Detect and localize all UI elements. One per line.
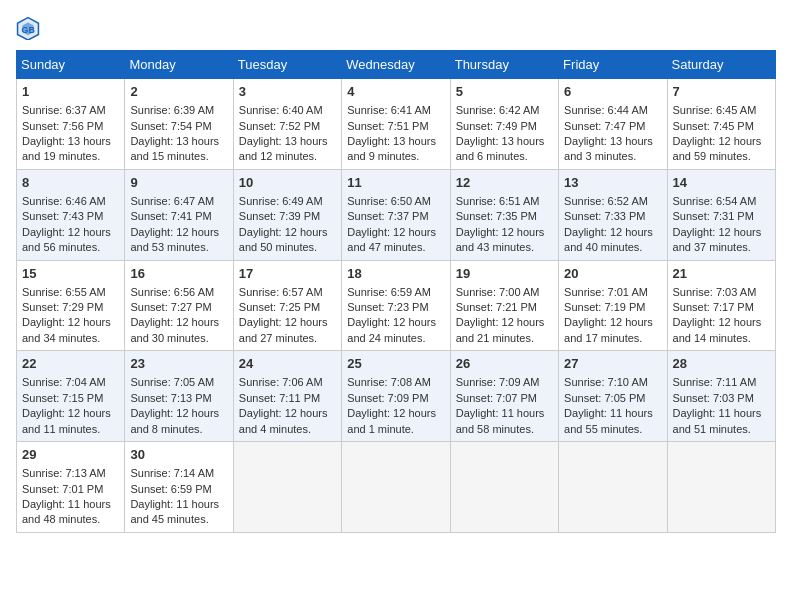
calendar-day-28: 28 Sunrise: 7:11 AM Sunset: 7:03 PM Dayl… <box>667 351 775 442</box>
daylight-label: Daylight: 12 hours and 53 minutes. <box>130 226 219 253</box>
sunset-label: Sunset: 7:47 PM <box>564 120 645 132</box>
sunset-label: Sunset: 7:51 PM <box>347 120 428 132</box>
calendar-day-21: 21 Sunrise: 7:03 AM Sunset: 7:17 PM Dayl… <box>667 260 775 351</box>
sunrise-label: Sunrise: 6:40 AM <box>239 104 323 116</box>
daylight-label: Daylight: 12 hours and 24 minutes. <box>347 316 436 343</box>
daylight-label: Daylight: 13 hours and 12 minutes. <box>239 135 328 162</box>
calendar-day-9: 9 Sunrise: 6:47 AM Sunset: 7:41 PM Dayli… <box>125 169 233 260</box>
daylight-label: Daylight: 13 hours and 3 minutes. <box>564 135 653 162</box>
calendar-day-18: 18 Sunrise: 6:59 AM Sunset: 7:23 PM Dayl… <box>342 260 450 351</box>
day-number: 4 <box>347 83 444 101</box>
calendar-day-29: 29 Sunrise: 7:13 AM Sunset: 7:01 PM Dayl… <box>17 442 125 533</box>
header-wednesday: Wednesday <box>342 51 450 79</box>
calendar-day-empty <box>342 442 450 533</box>
logo-icon: GB <box>16 16 40 40</box>
sunrise-label: Sunrise: 7:09 AM <box>456 376 540 388</box>
sunset-label: Sunset: 7:09 PM <box>347 392 428 404</box>
sunrise-label: Sunrise: 6:54 AM <box>673 195 757 207</box>
day-number: 30 <box>130 446 227 464</box>
day-number: 16 <box>130 265 227 283</box>
daylight-label: Daylight: 12 hours and 1 minute. <box>347 407 436 434</box>
sunset-label: Sunset: 7:17 PM <box>673 301 754 313</box>
daylight-label: Daylight: 11 hours and 48 minutes. <box>22 498 111 525</box>
sunset-label: Sunset: 7:45 PM <box>673 120 754 132</box>
calendar: Sunday Monday Tuesday Wednesday Thursday… <box>16 50 776 533</box>
calendar-day-26: 26 Sunrise: 7:09 AM Sunset: 7:07 PM Dayl… <box>450 351 558 442</box>
calendar-day-23: 23 Sunrise: 7:05 AM Sunset: 7:13 PM Dayl… <box>125 351 233 442</box>
daylight-label: Daylight: 12 hours and 14 minutes. <box>673 316 762 343</box>
day-number: 8 <box>22 174 119 192</box>
daylight-label: Daylight: 11 hours and 45 minutes. <box>130 498 219 525</box>
sunrise-label: Sunrise: 6:39 AM <box>130 104 214 116</box>
calendar-day-6: 6 Sunrise: 6:44 AM Sunset: 7:47 PM Dayli… <box>559 79 667 170</box>
daylight-label: Daylight: 12 hours and 47 minutes. <box>347 226 436 253</box>
sunset-label: Sunset: 7:31 PM <box>673 210 754 222</box>
calendar-day-13: 13 Sunrise: 6:52 AM Sunset: 7:33 PM Dayl… <box>559 169 667 260</box>
calendar-day-empty <box>450 442 558 533</box>
sunrise-label: Sunrise: 7:03 AM <box>673 286 757 298</box>
sunrise-label: Sunrise: 7:04 AM <box>22 376 106 388</box>
calendar-day-7: 7 Sunrise: 6:45 AM Sunset: 7:45 PM Dayli… <box>667 79 775 170</box>
sunrise-label: Sunrise: 6:45 AM <box>673 104 757 116</box>
day-number: 19 <box>456 265 553 283</box>
sunset-label: Sunset: 7:05 PM <box>564 392 645 404</box>
calendar-week-5: 29 Sunrise: 7:13 AM Sunset: 7:01 PM Dayl… <box>17 442 776 533</box>
day-number: 6 <box>564 83 661 101</box>
day-number: 22 <box>22 355 119 373</box>
sunset-label: Sunset: 6:59 PM <box>130 483 211 495</box>
daylight-label: Daylight: 12 hours and 50 minutes. <box>239 226 328 253</box>
calendar-day-empty <box>559 442 667 533</box>
sunrise-label: Sunrise: 6:46 AM <box>22 195 106 207</box>
calendar-day-24: 24 Sunrise: 7:06 AM Sunset: 7:11 PM Dayl… <box>233 351 341 442</box>
day-number: 27 <box>564 355 661 373</box>
daylight-label: Daylight: 11 hours and 55 minutes. <box>564 407 653 434</box>
day-number: 24 <box>239 355 336 373</box>
calendar-day-10: 10 Sunrise: 6:49 AM Sunset: 7:39 PM Dayl… <box>233 169 341 260</box>
sunrise-label: Sunrise: 7:13 AM <box>22 467 106 479</box>
day-number: 9 <box>130 174 227 192</box>
sunset-label: Sunset: 7:29 PM <box>22 301 103 313</box>
header-thursday: Thursday <box>450 51 558 79</box>
sunrise-label: Sunrise: 6:51 AM <box>456 195 540 207</box>
sunrise-label: Sunrise: 6:41 AM <box>347 104 431 116</box>
day-number: 12 <box>456 174 553 192</box>
sunset-label: Sunset: 7:41 PM <box>130 210 211 222</box>
calendar-day-1: 1 Sunrise: 6:37 AM Sunset: 7:56 PM Dayli… <box>17 79 125 170</box>
day-number: 3 <box>239 83 336 101</box>
sunset-label: Sunset: 7:35 PM <box>456 210 537 222</box>
calendar-day-11: 11 Sunrise: 6:50 AM Sunset: 7:37 PM Dayl… <box>342 169 450 260</box>
calendar-day-22: 22 Sunrise: 7:04 AM Sunset: 7:15 PM Dayl… <box>17 351 125 442</box>
daylight-label: Daylight: 12 hours and 30 minutes. <box>130 316 219 343</box>
day-number: 23 <box>130 355 227 373</box>
sunrise-label: Sunrise: 7:11 AM <box>673 376 757 388</box>
sunset-label: Sunset: 7:03 PM <box>673 392 754 404</box>
sunset-label: Sunset: 7:27 PM <box>130 301 211 313</box>
calendar-day-8: 8 Sunrise: 6:46 AM Sunset: 7:43 PM Dayli… <box>17 169 125 260</box>
calendar-week-1: 1 Sunrise: 6:37 AM Sunset: 7:56 PM Dayli… <box>17 79 776 170</box>
sunrise-label: Sunrise: 6:42 AM <box>456 104 540 116</box>
daylight-label: Daylight: 12 hours and 11 minutes. <box>22 407 111 434</box>
sunset-label: Sunset: 7:23 PM <box>347 301 428 313</box>
day-number: 17 <box>239 265 336 283</box>
daylight-label: Daylight: 12 hours and 8 minutes. <box>130 407 219 434</box>
weekday-header-row: Sunday Monday Tuesday Wednesday Thursday… <box>17 51 776 79</box>
daylight-label: Daylight: 12 hours and 40 minutes. <box>564 226 653 253</box>
calendar-day-27: 27 Sunrise: 7:10 AM Sunset: 7:05 PM Dayl… <box>559 351 667 442</box>
sunset-label: Sunset: 7:11 PM <box>239 392 320 404</box>
calendar-day-2: 2 Sunrise: 6:39 AM Sunset: 7:54 PM Dayli… <box>125 79 233 170</box>
day-number: 13 <box>564 174 661 192</box>
sunset-label: Sunset: 7:56 PM <box>22 120 103 132</box>
day-number: 25 <box>347 355 444 373</box>
sunrise-label: Sunrise: 6:57 AM <box>239 286 323 298</box>
day-number: 26 <box>456 355 553 373</box>
sunrise-label: Sunrise: 7:14 AM <box>130 467 214 479</box>
svg-text:GB: GB <box>22 25 35 35</box>
sunrise-label: Sunrise: 6:56 AM <box>130 286 214 298</box>
sunset-label: Sunset: 7:07 PM <box>456 392 537 404</box>
day-number: 2 <box>130 83 227 101</box>
sunset-label: Sunset: 7:19 PM <box>564 301 645 313</box>
daylight-label: Daylight: 13 hours and 9 minutes. <box>347 135 436 162</box>
daylight-label: Daylight: 12 hours and 56 minutes. <box>22 226 111 253</box>
sunset-label: Sunset: 7:39 PM <box>239 210 320 222</box>
sunset-label: Sunset: 7:25 PM <box>239 301 320 313</box>
